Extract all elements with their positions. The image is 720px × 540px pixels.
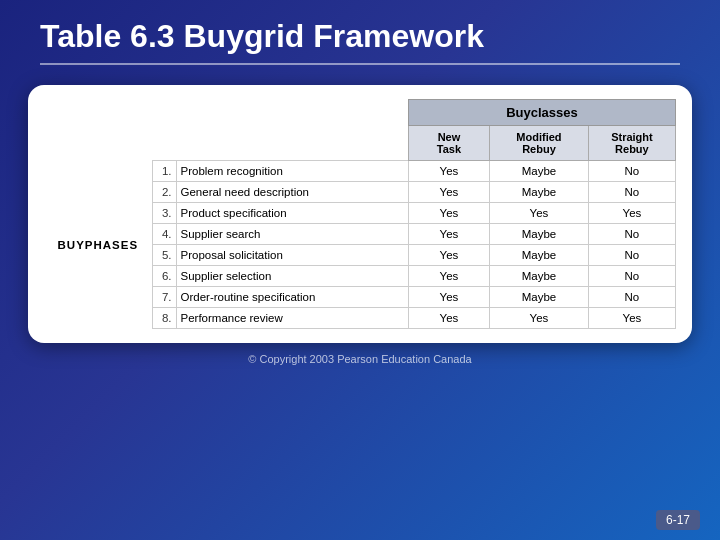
value-mod_rebuy: Maybe [490,266,589,287]
col-new-task: NewTask [408,126,489,161]
value-str_rebuy: No [588,287,675,308]
row-number: 1. [152,161,176,182]
phase-name: General need description [176,182,408,203]
value-mod_rebuy: Maybe [490,245,589,266]
row-number: 5. [152,245,176,266]
value-str_rebuy: Yes [588,308,675,329]
col-mod-rebuy: ModifiedRebuy [490,126,589,161]
col-empty-3 [176,126,408,161]
value-str_rebuy: No [588,266,675,287]
value-mod_rebuy: Maybe [490,182,589,203]
empty-header [44,100,408,126]
phase-name: Problem recognition [176,161,408,182]
col-empty-1 [44,126,152,161]
table-container: Buyclasses NewTask ModifiedRebuy Straigh… [28,85,692,343]
value-new_task: Yes [408,224,489,245]
value-new_task: Yes [408,308,489,329]
row-number: 6. [152,266,176,287]
row-number: 8. [152,308,176,329]
value-mod_rebuy: Yes [490,308,589,329]
value-mod_rebuy: Maybe [490,224,589,245]
value-str_rebuy: No [588,182,675,203]
row-number: 4. [152,224,176,245]
value-str_rebuy: No [588,245,675,266]
phase-name: Proposal solicitation [176,245,408,266]
value-new_task: Yes [408,161,489,182]
value-new_task: Yes [408,203,489,224]
value-new_task: Yes [408,287,489,308]
value-mod_rebuy: Maybe [490,287,589,308]
title-area: Table 6.3 Buygrid Framework [0,0,720,85]
phase-name: Supplier selection [176,266,408,287]
row-number: 3. [152,203,176,224]
title-divider [40,63,680,65]
page-title: Table 6.3 Buygrid Framework [40,18,680,55]
row-number: 7. [152,287,176,308]
phase-name: Performance review [176,308,408,329]
phase-name: Supplier search [176,224,408,245]
buygrid-table: Buyclasses NewTask ModifiedRebuy Straigh… [44,99,676,329]
copyright: © Copyright 2003 Pearson Education Canad… [0,353,720,365]
value-new_task: Yes [408,245,489,266]
value-mod_rebuy: Yes [490,203,589,224]
value-str_rebuy: No [588,161,675,182]
value-new_task: Yes [408,266,489,287]
col-empty-2 [152,126,176,161]
value-str_rebuy: No [588,224,675,245]
buyclasses-header: Buyclasses [408,100,675,126]
col-str-rebuy: StraightRebuy [588,126,675,161]
value-mod_rebuy: Maybe [490,161,589,182]
table-row: BUYPHASES1.Problem recognitionYesMaybeNo [44,161,676,182]
value-str_rebuy: Yes [588,203,675,224]
phase-name: Product specification [176,203,408,224]
row-number: 2. [152,182,176,203]
buyphases-label: BUYPHASES [44,161,152,329]
value-new_task: Yes [408,182,489,203]
phase-name: Order-routine specification [176,287,408,308]
slide-number: 6-17 [656,510,700,530]
